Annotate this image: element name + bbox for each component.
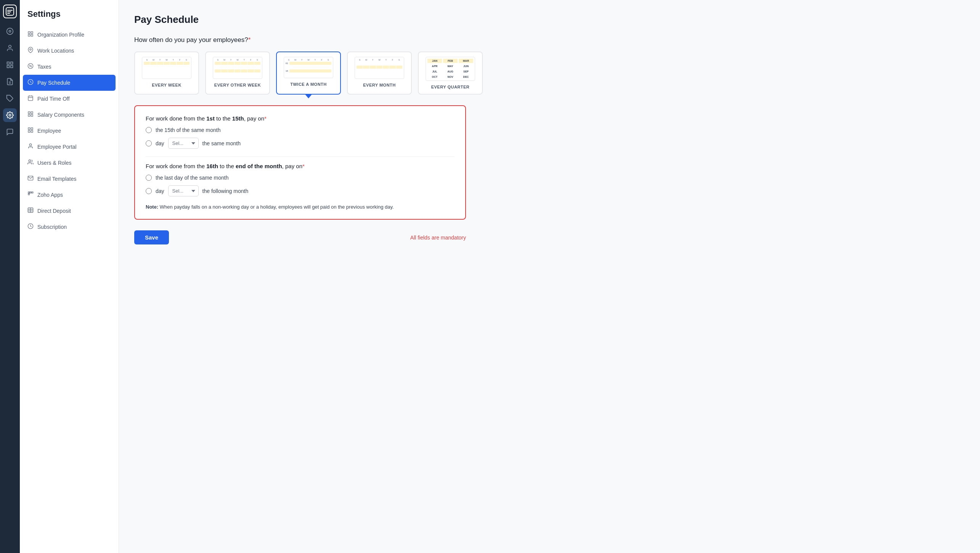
period2-radio2[interactable] bbox=[146, 188, 152, 194]
sidebar-item-email-templates[interactable]: Email Templates bbox=[20, 171, 119, 187]
svg-rect-41 bbox=[30, 192, 31, 193]
note-text: Note: When payday falls on a non-working… bbox=[146, 204, 455, 210]
sidebar-item-taxes[interactable]: Taxes bbox=[20, 59, 119, 75]
period1-day-label: day bbox=[156, 140, 164, 146]
card-every-other-week[interactable]: SMTWTFS EVERY OTHER WEEK bbox=[205, 51, 270, 95]
sidebar-label-taxes: Taxes bbox=[37, 64, 51, 70]
sidebar-item-org-profile[interactable]: Organization Profile bbox=[20, 27, 119, 43]
card-every-month-label: EVERY MONTH bbox=[363, 83, 396, 87]
sidebar: Settings Organization Profile Work Locat… bbox=[20, 0, 119, 553]
period1-month-label: the same month bbox=[202, 140, 241, 146]
sidebar-label-email-templates: Email Templates bbox=[37, 176, 76, 182]
svg-rect-1 bbox=[7, 10, 13, 11]
zoho-apps-icon bbox=[27, 191, 34, 199]
mandatory-text: All fields are mandatory bbox=[410, 235, 466, 241]
sidebar-item-users-roles[interactable]: Users & Roles bbox=[20, 155, 119, 171]
sidebar-item-subscription[interactable]: Subscription bbox=[20, 219, 119, 235]
nav-user-icon[interactable] bbox=[3, 41, 17, 55]
work-locations-icon bbox=[27, 47, 34, 55]
weekly-cal-visual: SMTWTFS bbox=[142, 57, 191, 79]
sidebar-label-paid-time-off: Paid Time Off bbox=[37, 96, 70, 102]
sidebar-item-work-locations[interactable]: Work Locations bbox=[20, 43, 119, 59]
svg-point-23 bbox=[31, 66, 31, 67]
sidebar-label-users-roles: Users & Roles bbox=[37, 160, 71, 166]
svg-rect-42 bbox=[32, 192, 33, 193]
sidebar-title: Settings bbox=[20, 9, 119, 27]
svg-rect-43 bbox=[28, 194, 29, 195]
svg-rect-10 bbox=[11, 66, 13, 68]
app-logo[interactable] bbox=[3, 5, 17, 18]
card-every-quarter-label: EVERY QUARTER bbox=[431, 85, 470, 89]
svg-rect-34 bbox=[28, 128, 30, 130]
svg-rect-3 bbox=[7, 13, 10, 14]
taxes-icon bbox=[27, 63, 34, 71]
quarterly-cal-visual: JAN FEB MAR APR MAY JUN JUL AUG SEP OCT … bbox=[426, 57, 475, 81]
direct-deposit-icon bbox=[27, 207, 34, 215]
sidebar-label-salary-components: Salary Components bbox=[37, 112, 84, 118]
sidebar-item-employee[interactable]: Employee bbox=[20, 123, 119, 139]
period2-text: For work done from the 16th to the end o… bbox=[146, 163, 455, 169]
card-every-other-week-label: EVERY OTHER WEEK bbox=[214, 83, 261, 87]
sidebar-item-zoho-apps[interactable]: Zoho Apps bbox=[20, 187, 119, 203]
sidebar-item-pay-schedule[interactable]: Pay Schedule bbox=[23, 75, 116, 91]
svg-rect-18 bbox=[31, 34, 33, 36]
subscription-icon bbox=[27, 223, 34, 231]
nav-settings-icon[interactable] bbox=[3, 108, 17, 122]
section-question: How often do you pay your employees?* bbox=[134, 36, 965, 44]
card-every-month[interactable]: SMTWTFS EVERY MONTH bbox=[347, 51, 412, 95]
period2-option2[interactable]: day Sel... the following month bbox=[146, 185, 455, 196]
sidebar-item-paid-time-off[interactable]: Paid Time Off bbox=[20, 91, 119, 107]
period1-option1[interactable]: the 15th of the same month bbox=[146, 127, 455, 133]
svg-point-38 bbox=[29, 144, 31, 146]
nav-message-icon[interactable] bbox=[3, 125, 17, 139]
card-twice-a-month[interactable]: SMTWTFS 01 16 TWICE A MONTH bbox=[276, 51, 341, 95]
period1-text: For work done from the 1st to the 15th, … bbox=[146, 115, 455, 122]
period1-radio2[interactable] bbox=[146, 140, 152, 146]
main-content: Pay Schedule How often do you pay your e… bbox=[119, 0, 980, 553]
svg-rect-37 bbox=[31, 130, 33, 132]
section-divider bbox=[146, 156, 455, 157]
card-every-week[interactable]: SMTWTFS EVERY WEEK bbox=[134, 51, 199, 95]
monthly-cal-visual: SMTWTFS bbox=[355, 57, 404, 79]
period2-day-select[interactable]: Sel... bbox=[168, 185, 199, 196]
svg-point-5 bbox=[9, 31, 11, 32]
svg-point-14 bbox=[9, 114, 11, 116]
sidebar-item-direct-deposit[interactable]: Direct Deposit bbox=[20, 203, 119, 219]
period1-option2[interactable]: day Sel... the same month bbox=[146, 138, 455, 149]
nav-chart-icon[interactable] bbox=[3, 75, 17, 88]
org-profile-icon bbox=[27, 31, 34, 39]
svg-rect-7 bbox=[7, 62, 10, 64]
svg-rect-2 bbox=[7, 11, 11, 12]
svg-rect-31 bbox=[31, 112, 33, 114]
email-templates-icon bbox=[27, 175, 34, 183]
paid-time-off-icon bbox=[27, 95, 34, 103]
nav-tag-icon[interactable] bbox=[3, 92, 17, 105]
sidebar-label-employee: Employee bbox=[37, 128, 61, 134]
period1-option1-label: the 15th of the same month bbox=[156, 127, 220, 133]
svg-point-19 bbox=[30, 49, 31, 50]
sidebar-item-salary-components[interactable]: Salary Components bbox=[20, 107, 119, 123]
card-every-week-label: EVERY WEEK bbox=[152, 83, 182, 87]
svg-rect-9 bbox=[7, 66, 10, 68]
biweekly-cal-visual: SMTWTFS bbox=[213, 57, 262, 79]
period1-radio1[interactable] bbox=[146, 127, 152, 133]
svg-point-39 bbox=[29, 160, 31, 162]
svg-rect-35 bbox=[31, 128, 33, 130]
period2-option1[interactable]: the last day of the same month bbox=[146, 175, 455, 181]
pay-options-box: For work done from the 1st to the 15th, … bbox=[134, 105, 466, 220]
sidebar-label-subscription: Subscription bbox=[37, 224, 67, 230]
sidebar-label-direct-deposit: Direct Deposit bbox=[37, 208, 71, 214]
employee-icon bbox=[27, 127, 34, 135]
sidebar-item-employee-portal[interactable]: Employee Portal bbox=[20, 139, 119, 155]
svg-rect-33 bbox=[31, 114, 33, 116]
card-every-quarter[interactable]: JAN FEB MAR APR MAY JUN JUL AUG SEP OCT … bbox=[418, 51, 483, 95]
svg-rect-8 bbox=[11, 62, 13, 64]
svg-rect-26 bbox=[28, 96, 33, 101]
save-button[interactable]: Save bbox=[134, 230, 169, 244]
nav-grid-icon[interactable] bbox=[3, 58, 17, 72]
period1-day-select[interactable]: Sel... bbox=[168, 138, 199, 149]
sidebar-label-work-locations: Work Locations bbox=[37, 48, 74, 54]
nav-home-icon[interactable] bbox=[3, 24, 17, 38]
employee-portal-icon bbox=[27, 143, 34, 151]
period2-radio1[interactable] bbox=[146, 175, 152, 181]
